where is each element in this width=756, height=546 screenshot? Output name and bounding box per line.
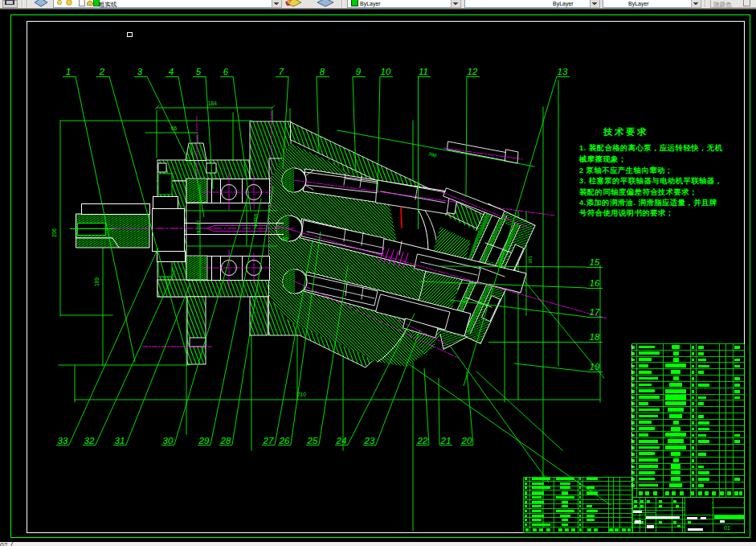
svg-text:22: 22: [417, 436, 428, 445]
svg-text:189: 189: [94, 277, 100, 286]
svg-text:28: 28: [220, 436, 231, 445]
svg-text:21: 21: [440, 436, 452, 445]
svg-text:30: 30: [163, 436, 174, 445]
svg-text:02: 02: [0, 541, 7, 546]
svg-text:3: 3: [137, 67, 143, 76]
svg-text:32: 32: [84, 436, 95, 445]
svg-text:60°: 60°: [283, 236, 289, 241]
svg-text:1. 装配合格的离心泵，应运转轻快，无机: 1. 装配合格的离心泵，应运转轻快，无机: [579, 143, 723, 152]
svg-text:20: 20: [461, 436, 472, 445]
svg-text:2: 2: [99, 67, 105, 76]
svg-text:351: 351: [528, 255, 533, 264]
svg-text:ByLayer: ByLayer: [628, 1, 649, 7]
svg-text:01: 01: [724, 525, 730, 531]
svg-text:粗实线: 粗实线: [98, 1, 117, 8]
svg-text:15: 15: [590, 257, 600, 267]
svg-text:1: 1: [66, 67, 71, 76]
svg-text:710: 710: [297, 392, 306, 397]
svg-text:6: 6: [223, 67, 229, 76]
svg-text:7: 7: [279, 67, 284, 76]
svg-text:206: 206: [51, 228, 57, 237]
svg-text:27: 27: [263, 436, 274, 445]
svg-text:184: 184: [208, 101, 217, 106]
svg-text:24: 24: [336, 436, 347, 445]
svg-text:ByLayer: ByLayer: [360, 1, 381, 7]
svg-text:25: 25: [307, 436, 318, 445]
svg-text:23: 23: [364, 436, 375, 445]
svg-text:33: 33: [58, 436, 68, 445]
svg-text:技术要求: 技术要求: [603, 127, 648, 137]
svg-text:ByLayer: ByLayer: [553, 1, 574, 7]
svg-text:10: 10: [381, 67, 391, 76]
svg-text:31: 31: [115, 436, 125, 445]
svg-text:29: 29: [198, 436, 210, 445]
svg-text:8: 8: [320, 67, 325, 76]
svg-text:12: 12: [468, 67, 478, 76]
svg-text:装配的同轴度偏差符合技术要求；: 装配的同轴度偏差符合技术要求；: [579, 187, 697, 196]
svg-text:16: 16: [590, 278, 600, 288]
svg-text:17: 17: [590, 307, 600, 317]
svg-text:号符合使用说明书的要求；: 号符合使用说明书的要求；: [578, 208, 674, 217]
svg-text:13: 13: [558, 67, 568, 76]
svg-text:11: 11: [419, 67, 428, 76]
svg-text:4: 4: [169, 67, 174, 76]
svg-text:26: 26: [279, 436, 290, 445]
svg-text:18: 18: [590, 332, 600, 342]
svg-text:5: 5: [196, 67, 202, 76]
svg-text:19: 19: [590, 362, 600, 372]
svg-text:3. 柱塞泵的平联轴器与电动机平联轴器，: 3. 柱塞泵的平联轴器与电动机平联轴器，: [579, 176, 722, 185]
svg-text:9: 9: [356, 67, 362, 76]
svg-text:随颜色: 随颜色: [713, 1, 732, 8]
svg-text:械摩擦现象；: 械摩擦现象；: [578, 154, 627, 163]
svg-text:4.添加的润滑油. 润滑脂应适量，并且牌: 4.添加的润滑油. 润滑脂应适量，并且牌: [579, 198, 717, 207]
svg-text:66: 66: [171, 125, 178, 131]
svg-text:2 泵轴不应产生轴向窜动；: 2 泵轴不应产生轴向窜动；: [579, 166, 673, 174]
